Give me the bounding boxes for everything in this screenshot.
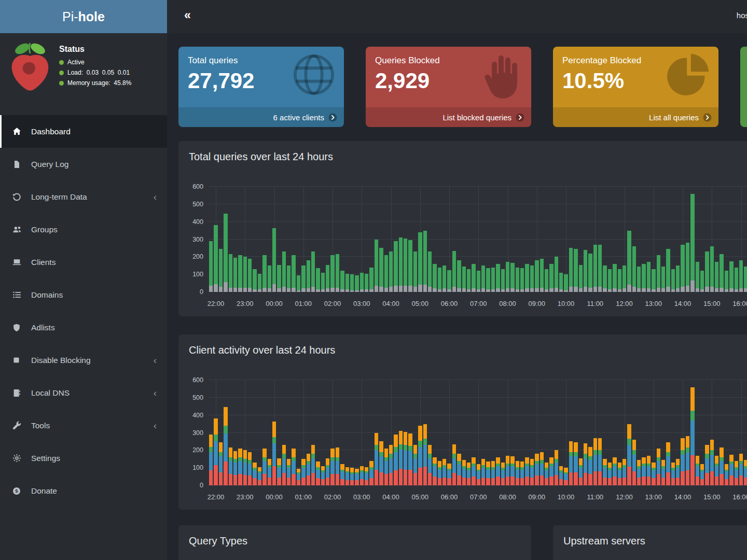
bar[interactable]: [384, 187, 389, 292]
bar[interactable]: [413, 380, 418, 485]
bar[interactable]: [301, 187, 306, 292]
bar[interactable]: [282, 187, 286, 292]
bar[interactable]: [583, 187, 588, 292]
bar[interactable]: [276, 187, 281, 292]
bar[interactable]: [452, 187, 457, 292]
bar[interactable]: [311, 187, 315, 292]
bar[interactable]: [675, 380, 680, 485]
bar[interactable]: [335, 380, 340, 485]
bar[interactable]: [296, 187, 301, 292]
bar[interactable]: [491, 187, 495, 292]
bar[interactable]: [632, 380, 637, 485]
bar[interactable]: [315, 380, 320, 485]
bar[interactable]: [476, 187, 481, 292]
bar[interactable]: [734, 187, 739, 292]
bar[interactable]: [743, 187, 747, 292]
bar[interactable]: [379, 187, 383, 292]
bar[interactable]: [345, 187, 350, 292]
bar[interactable]: [267, 187, 272, 292]
bar[interactable]: [622, 380, 627, 485]
bar[interactable]: [306, 187, 311, 292]
bar[interactable]: [695, 187, 700, 292]
sidebar-item-tools[interactable]: Tools ‹: [0, 409, 167, 442]
bar[interactable]: [569, 380, 573, 485]
bar[interactable]: [209, 380, 213, 485]
bar[interactable]: [578, 187, 583, 292]
bar[interactable]: [243, 380, 247, 485]
bar[interactable]: [252, 187, 257, 292]
bar[interactable]: [505, 380, 510, 485]
bar[interactable]: [389, 187, 393, 292]
bar[interactable]: [276, 380, 281, 485]
bar[interactable]: [228, 187, 233, 292]
bar[interactable]: [359, 187, 364, 292]
bar[interactable]: [291, 380, 296, 485]
bar[interactable]: [418, 380, 422, 485]
bar[interactable]: [321, 380, 325, 485]
bar[interactable]: [602, 380, 607, 485]
bar[interactable]: [389, 380, 393, 485]
bar[interactable]: [671, 187, 675, 292]
bar[interactable]: [598, 187, 602, 292]
bar[interactable]: [423, 380, 427, 485]
bar[interactable]: [714, 380, 719, 485]
bar[interactable]: [549, 187, 554, 292]
bar[interactable]: [330, 187, 335, 292]
bar[interactable]: [641, 187, 646, 292]
bar[interactable]: [578, 380, 583, 485]
bar[interactable]: [573, 187, 578, 292]
bar[interactable]: [218, 187, 223, 292]
bar[interactable]: [471, 380, 476, 485]
bar[interactable]: [656, 380, 661, 485]
bar[interactable]: [457, 380, 461, 485]
bar[interactable]: [617, 380, 622, 485]
bar[interactable]: [515, 380, 520, 485]
bar[interactable]: [447, 187, 451, 292]
bar[interactable]: [588, 380, 592, 485]
bar[interactable]: [374, 380, 379, 485]
brand[interactable]: Pi-hole: [0, 0, 167, 33]
bar[interactable]: [540, 380, 544, 485]
bar[interactable]: [486, 187, 490, 292]
bar[interactable]: [729, 187, 734, 292]
bar[interactable]: [427, 187, 432, 292]
bar[interactable]: [213, 187, 218, 292]
sidebar-collapse-icon[interactable]: «: [184, 8, 191, 22]
bar[interactable]: [700, 187, 704, 292]
bar[interactable]: [598, 380, 602, 485]
bar[interactable]: [282, 380, 286, 485]
bar[interactable]: [593, 380, 598, 485]
bar[interactable]: [607, 380, 612, 485]
bar[interactable]: [466, 380, 471, 485]
bar[interactable]: [724, 380, 729, 485]
bar[interactable]: [413, 187, 418, 292]
bar[interactable]: [612, 380, 617, 485]
bar[interactable]: [710, 187, 714, 292]
bar[interactable]: [393, 187, 398, 292]
bar[interactable]: [739, 380, 743, 485]
bar[interactable]: [238, 380, 242, 485]
bar[interactable]: [637, 187, 641, 292]
bar[interactable]: [223, 187, 228, 292]
bar[interactable]: [423, 187, 427, 292]
bar[interactable]: [544, 380, 549, 485]
bar[interactable]: [583, 380, 588, 485]
bar[interactable]: [398, 380, 403, 485]
bar[interactable]: [554, 187, 559, 292]
bar[interactable]: [573, 380, 578, 485]
sidebar-item-settings[interactable]: Settings: [0, 442, 167, 474]
bar[interactable]: [408, 187, 412, 292]
sidebar-item-local-dns[interactable]: Local DNS ‹: [0, 376, 167, 409]
bar[interactable]: [442, 380, 447, 485]
bar[interactable]: [330, 380, 335, 485]
bar[interactable]: [646, 380, 651, 485]
sidebar-item-domains[interactable]: Domains: [0, 278, 167, 311]
client-activity-chart[interactable]: 0100200300400500600: [188, 380, 747, 485]
bar[interactable]: [247, 187, 252, 292]
bar[interactable]: [627, 187, 631, 292]
bar[interactable]: [296, 380, 301, 485]
bar[interactable]: [418, 187, 422, 292]
bar[interactable]: [704, 380, 709, 485]
card-footer-link[interactable]: List blocked queries: [366, 107, 531, 127]
bar[interactable]: [501, 380, 505, 485]
